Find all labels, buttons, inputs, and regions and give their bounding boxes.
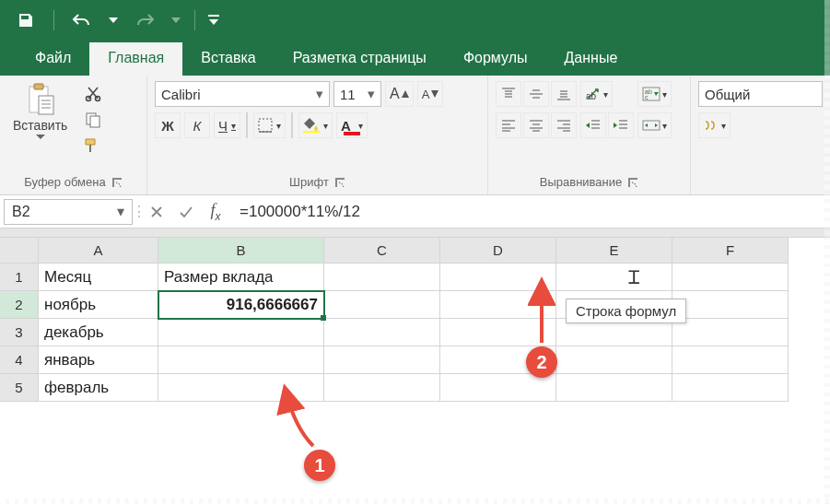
cell-E5[interactable] <box>556 374 672 402</box>
orientation-button[interactable]: ab▾ <box>580 81 613 107</box>
cut-button[interactable] <box>80 83 106 105</box>
annotation-arrow-2 <box>528 276 555 350</box>
row-header-2[interactable]: 2 <box>0 291 39 319</box>
col-header-F[interactable]: F <box>672 238 789 264</box>
align-middle-button[interactable] <box>523 81 549 107</box>
cell-A5[interactable]: февраль <box>39 374 158 402</box>
align-bottom-button[interactable] <box>551 81 577 107</box>
cell-F4[interactable] <box>672 346 789 374</box>
tab-insert[interactable]: Вставка <box>182 42 274 76</box>
worksheet-grid: A B C D E F 1 Месяц Размер вклада 2 нояб… <box>0 238 830 402</box>
cell-C5[interactable] <box>324 374 440 402</box>
number-format-value: Общий <box>705 87 750 102</box>
tab-page-layout[interactable]: Разметка страницы <box>275 42 445 76</box>
undo-icon[interactable] <box>65 4 99 37</box>
group-number: Общий ▾ <box>691 76 830 194</box>
cell-D5[interactable] <box>440 374 556 402</box>
cell-B3[interactable] <box>158 319 324 346</box>
align-center-button[interactable] <box>523 112 549 138</box>
cell-E1[interactable] <box>556 264 672 291</box>
dialog-launcher-icon[interactable] <box>111 177 123 188</box>
cell-A1[interactable]: Месяц <box>39 264 158 291</box>
col-header-E[interactable]: E <box>556 238 672 264</box>
cell-F1[interactable] <box>672 264 789 291</box>
decorative-edge <box>824 0 830 504</box>
formula-input[interactable] <box>230 199 830 225</box>
font-name-value: Calibri <box>161 87 201 102</box>
decrease-font-button[interactable]: A <box>417 81 444 107</box>
formula-bar: B2 ▾ ⋮ fx <box>0 195 830 229</box>
cell-F3[interactable] <box>672 319 789 346</box>
wrap-text-button[interactable]: abc▾ <box>637 81 672 107</box>
cell-A3[interactable]: декабрь <box>39 319 158 346</box>
cell-E4[interactable] <box>556 346 672 374</box>
col-header-B[interactable]: B <box>158 238 324 264</box>
group-font-label: Шрифт <box>289 175 329 189</box>
borders-button[interactable]: ▾ <box>253 112 286 138</box>
tab-formulas[interactable]: Формулы <box>445 42 546 76</box>
cell-B1[interactable]: Размер вклада <box>158 264 324 291</box>
svg-text:ab: ab <box>586 91 597 101</box>
select-all-corner[interactable] <box>0 238 39 264</box>
format-painter-button[interactable] <box>80 135 106 157</box>
font-color-button[interactable]: A ▾ <box>336 112 368 138</box>
col-header-A[interactable]: A <box>39 238 158 264</box>
tab-file[interactable]: Файл <box>17 42 89 76</box>
ribbon: Вставить Буфер обмена <box>0 76 830 195</box>
cell-C3[interactable] <box>324 319 440 346</box>
row-header-4[interactable]: 4 <box>0 346 39 374</box>
svg-rect-1 <box>34 84 43 89</box>
merge-button[interactable]: ▾ <box>637 112 672 138</box>
dialog-launcher-icon[interactable] <box>627 177 638 188</box>
decrease-indent-button[interactable] <box>580 112 606 138</box>
redo-dropdown-icon[interactable] <box>169 4 183 37</box>
save-icon[interactable] <box>9 4 42 37</box>
cell-F5[interactable] <box>672 374 789 402</box>
tab-data[interactable]: Данные <box>546 42 637 76</box>
align-left-button[interactable] <box>496 112 521 138</box>
enter-formula-button[interactable] <box>171 199 201 225</box>
cell-C4[interactable] <box>324 346 440 374</box>
redo-icon[interactable] <box>128 4 161 37</box>
chevron-down-icon <box>36 135 45 139</box>
underline-button[interactable]: Ч▾ <box>214 112 240 138</box>
cell-A2[interactable]: ноябрь <box>39 291 158 319</box>
accounting-format-button[interactable]: ▾ <box>698 112 731 138</box>
dialog-launcher-icon[interactable] <box>334 177 345 188</box>
group-clipboard: Вставить Буфер обмена <box>0 76 147 194</box>
bold-button[interactable]: Ж <box>155 112 181 138</box>
cell-B4[interactable] <box>158 346 324 374</box>
cell-F2[interactable] <box>672 291 789 319</box>
qat-customize-icon[interactable] <box>206 4 221 37</box>
cell-C1[interactable] <box>324 264 440 291</box>
font-size-combo[interactable]: 11 ▾ <box>333 81 381 107</box>
cell-A4[interactable]: январь <box>39 346 158 374</box>
font-name-combo[interactable]: Calibri ▾ <box>155 81 330 107</box>
row-header-5[interactable]: 5 <box>0 374 39 402</box>
paste-button[interactable]: Вставить <box>7 81 73 171</box>
row-header-1[interactable]: 1 <box>0 264 39 291</box>
col-header-C[interactable]: C <box>324 238 440 264</box>
copy-button[interactable] <box>80 109 106 131</box>
name-box-value: B2 <box>12 204 30 220</box>
annotation-badge-2: 2 <box>526 346 557 378</box>
increase-font-button[interactable]: A <box>385 81 414 107</box>
cell-C2[interactable] <box>324 291 440 319</box>
fill-color-button[interactable]: ▾ <box>298 112 333 138</box>
align-top-button[interactable] <box>496 81 521 107</box>
increase-indent-button[interactable] <box>608 112 634 138</box>
row-header-3[interactable]: 3 <box>0 319 39 346</box>
separator <box>291 112 293 138</box>
svg-rect-7 <box>259 119 272 132</box>
italic-button[interactable]: К <box>184 112 210 138</box>
col-header-D[interactable]: D <box>440 238 556 264</box>
insert-function-button[interactable]: fx <box>201 199 230 225</box>
align-right-button[interactable] <box>551 112 577 138</box>
name-box[interactable]: B2 ▾ <box>4 199 133 225</box>
tab-home[interactable]: Главная <box>89 42 182 76</box>
cell-B2[interactable]: 916,6666667 <box>158 291 324 319</box>
undo-dropdown-icon[interactable] <box>106 4 121 37</box>
cancel-formula-button[interactable] <box>142 199 171 225</box>
paste-label: Вставить <box>13 118 67 133</box>
number-format-combo[interactable]: Общий <box>698 81 823 107</box>
